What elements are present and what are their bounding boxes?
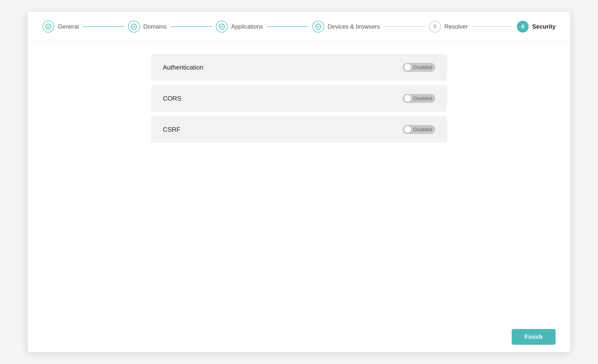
step-applications-icon [216, 21, 228, 33]
step-domains[interactable]: Domains [128, 21, 167, 33]
authentication-toggle[interactable]: Disabled [403, 63, 435, 72]
setting-cors: CORS Disabled [151, 85, 447, 112]
cors-label: CORS [163, 95, 181, 102]
csrf-toggle-container: Disabled [403, 125, 435, 134]
setting-authentication: Authentication Disabled [151, 54, 447, 81]
step-resolver-label: Resolver [444, 23, 468, 30]
step-devices-icon [312, 21, 324, 33]
authentication-toggle-container: Disabled [403, 63, 435, 72]
authentication-toggle-knob [404, 64, 411, 71]
cors-toggle-label: Disabled [413, 96, 432, 101]
csrf-toggle-label: Disabled [413, 127, 432, 132]
step-resolver-icon: 5 [429, 21, 441, 33]
step-applications-label: Applications [231, 23, 263, 30]
cors-toggle-container: Disabled [403, 94, 435, 103]
step-devices-label: Devices & browsers [328, 23, 380, 30]
step-devices[interactable]: Devices & browsers [312, 21, 380, 33]
step-general-icon [42, 21, 54, 33]
main-content: Authentication Disabled CORS Disabled [28, 42, 570, 321]
step-general-label: General [58, 23, 79, 30]
step-domains-label: Domains [143, 23, 167, 30]
wizard-window: General Domains Applications [28, 12, 570, 352]
authentication-toggle-label: Disabled [413, 65, 432, 70]
cors-toggle-knob [404, 95, 411, 102]
step-security[interactable]: 6 Security [517, 21, 556, 33]
step-applications[interactable]: Applications [216, 21, 263, 33]
step-resolver[interactable]: 5 Resolver [429, 21, 468, 33]
csrf-toggle[interactable]: Disabled [403, 125, 435, 134]
connector-3 [267, 26, 308, 27]
authentication-label: Authentication [163, 64, 204, 71]
connector-4 [384, 26, 425, 27]
connector-2 [171, 26, 212, 27]
connector-1 [83, 26, 124, 27]
setting-csrf: CSRF Disabled [151, 116, 447, 143]
csrf-label: CSRF [163, 126, 180, 133]
connector-5 [472, 26, 513, 27]
step-security-icon: 6 [517, 21, 529, 33]
footer: Finish [28, 321, 570, 352]
step-general[interactable]: General [42, 21, 79, 33]
settings-list: Authentication Disabled CORS Disabled [151, 54, 447, 143]
stepper: General Domains Applications [28, 12, 570, 42]
csrf-toggle-knob [404, 126, 411, 133]
finish-button[interactable]: Finish [512, 329, 556, 345]
step-security-label: Security [532, 23, 556, 30]
step-domains-icon [128, 21, 140, 33]
cors-toggle[interactable]: Disabled [403, 94, 435, 103]
